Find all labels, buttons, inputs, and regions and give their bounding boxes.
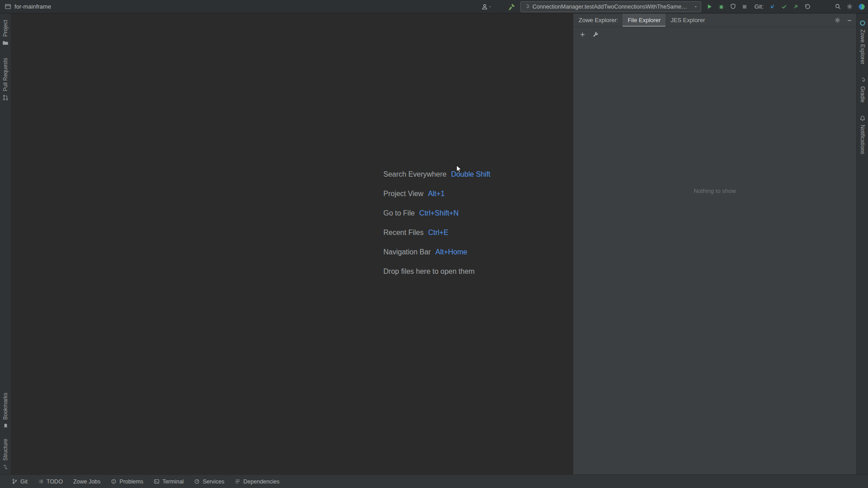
zowe-tree-area[interactable]: Nothing to show	[573, 42, 856, 474]
settings-icon[interactable]	[846, 3, 853, 10]
zowe-tool-window: Zowe Explorer: File Explorer JES Explore…	[573, 14, 856, 474]
statusbar-label: Dependencies	[243, 479, 279, 485]
hint-label: Search Everywhere	[383, 170, 447, 178]
run-config-icon	[524, 4, 530, 9]
stripe-project[interactable]: Project	[2, 20, 9, 46]
empty-editor-hints: Search Everywhere Double Shift Project V…	[383, 164, 491, 281]
statusbar-label: Services	[203, 479, 224, 485]
todo-icon	[38, 479, 44, 484]
statusbar-label: Terminal	[162, 479, 184, 485]
titlebar: for-mainframe ConnectionManager.testAddT…	[0, 0, 868, 14]
editor-area[interactable]: Search Everywhere Double Shift Project V…	[11, 14, 573, 474]
coverage-icon[interactable]	[730, 3, 736, 10]
add-profile-icon[interactable]	[579, 31, 586, 38]
stripe-label: Project	[2, 20, 9, 37]
zowe-toolbar	[573, 27, 856, 42]
tab-jes-explorer[interactable]: JES Explorer	[665, 14, 710, 27]
left-toolwindow-stripe: Project Pull Requests Bookmarks	[0, 14, 11, 474]
avatar[interactable]	[858, 3, 865, 10]
stop-icon[interactable]	[741, 4, 748, 10]
stripe-label: Structure	[2, 439, 9, 461]
hint-row: Recent Files Ctrl+E	[383, 223, 491, 242]
hint-label: Go to File	[383, 209, 415, 217]
tool-window-header: Zowe Explorer: File Explorer JES Explore…	[573, 14, 856, 27]
run-config-name: ConnectionManager.testAddTwoConnectionsW…	[533, 4, 691, 10]
stripe-label: Zowe Explorer	[859, 29, 866, 64]
statusbar-problems[interactable]: Problems	[111, 479, 143, 485]
stripe-label: Notifications	[859, 125, 866, 154]
tool-window-title: Zowe Explorer:	[579, 17, 618, 23]
commit-icon[interactable]	[781, 3, 788, 10]
statusbar-label: Git	[20, 479, 28, 485]
gradle-icon	[859, 77, 866, 83]
bookmark-icon	[3, 423, 9, 429]
caret-down-icon	[693, 5, 698, 9]
terminal-icon	[154, 479, 160, 484]
stripe-bookmarks[interactable]: Bookmarks	[2, 393, 9, 429]
mouse-cursor	[456, 165, 462, 175]
git-branch-icon	[12, 479, 18, 484]
hint-row: Go to File Ctrl+Shift+N	[383, 203, 491, 223]
right-toolwindow-stripe: Zowe Explorer Gradle Notifications	[856, 14, 868, 474]
hint-shortcut[interactable]: Ctrl+E	[428, 229, 448, 237]
statusbar-services[interactable]: Services	[194, 479, 224, 485]
git-label: Git:	[755, 3, 764, 10]
update-project-icon[interactable]	[769, 3, 776, 10]
hint-shortcut[interactable]: Alt+1	[428, 190, 445, 198]
pull-request-icon	[2, 94, 9, 101]
statusbar-dependencies[interactable]: Dependencies	[235, 479, 279, 485]
stripe-notifications[interactable]: Notifications	[859, 115, 866, 154]
empty-message: Nothing to show	[573, 188, 856, 194]
hint-label: Navigation Bar	[383, 248, 431, 256]
statusbar-zowe-jobs[interactable]: Zowe Jobs	[73, 479, 100, 485]
statusbar-terminal[interactable]: Terminal	[154, 479, 184, 485]
hint-label: Project View	[383, 190, 424, 198]
ide-window: for-mainframe ConnectionManager.testAddT…	[0, 0, 868, 488]
statusbar-label: TODO	[47, 479, 63, 485]
wrench-icon[interactable]	[592, 31, 599, 38]
hint-row: Search Everywhere Double Shift	[383, 164, 491, 184]
hint-shortcut[interactable]: Alt+Home	[435, 248, 467, 256]
debug-icon[interactable]	[718, 3, 725, 10]
statusbar-label: Zowe Jobs	[73, 479, 100, 485]
rollback-icon[interactable]	[804, 3, 811, 10]
stripe-label: Pull Requests	[2, 58, 9, 91]
bell-icon	[859, 115, 866, 122]
zowe-icon	[859, 20, 866, 26]
statusbar-label: Problems	[119, 479, 143, 485]
dependencies-icon	[235, 479, 241, 484]
hint-label: Drop files here to open them	[383, 267, 475, 276]
hint-shortcut[interactable]: Ctrl+Shift+N	[419, 209, 458, 217]
project-name: for-mainframe	[14, 3, 51, 10]
problems-icon	[111, 479, 117, 484]
statusbar-git[interactable]: Git	[12, 479, 28, 485]
stripe-structure[interactable]: Structure	[2, 439, 9, 470]
run-icon[interactable]	[706, 3, 713, 10]
statusbar: Git TODO Zowe Jobs Problems Terminal	[0, 474, 868, 488]
structure-icon	[3, 464, 9, 470]
folder-icon	[2, 40, 9, 46]
hint-row: Project View Alt+1	[383, 184, 491, 203]
hint-label: Recent Files	[383, 229, 424, 237]
statusbar-todo[interactable]: TODO	[38, 479, 63, 485]
push-icon[interactable]	[793, 3, 799, 10]
app-icon	[5, 3, 11, 10]
tool-window-options-icon[interactable]	[834, 17, 841, 23]
hide-tool-window-icon[interactable]	[846, 17, 853, 23]
stripe-label: Bookmarks	[2, 393, 9, 420]
services-icon	[194, 479, 200, 484]
tab-file-explorer[interactable]: File Explorer	[623, 14, 665, 27]
search-icon[interactable]	[835, 3, 841, 10]
stripe-zowe-explorer[interactable]: Zowe Explorer	[859, 20, 866, 64]
stripe-pull-requests[interactable]: Pull Requests	[2, 58, 9, 101]
run-config-select[interactable]: ConnectionManager.testAddTwoConnectionsW…	[520, 1, 701, 12]
hint-row: Navigation Bar Alt+Home	[383, 242, 491, 262]
build-hammer-icon[interactable]	[508, 3, 515, 10]
stripe-label: Gradle	[859, 86, 866, 103]
hint-row: Drop files here to open them	[383, 262, 491, 281]
user-dropdown-icon[interactable]	[481, 3, 492, 10]
stripe-gradle[interactable]: Gradle	[859, 77, 866, 103]
